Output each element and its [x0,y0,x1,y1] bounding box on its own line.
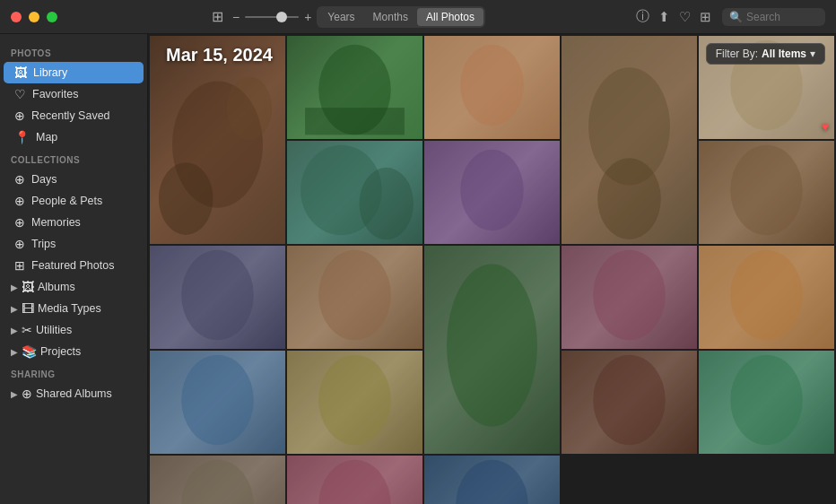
photo-cell[interactable] [424,36,560,139]
sidebar-item-label: Shared Albums [36,387,112,400]
svg-point-13 [181,250,254,341]
sidebar-item-projects[interactable]: ▶ 📚 Projects [4,341,144,362]
photo-cell[interactable] [424,456,560,504]
svg-point-15 [447,264,537,427]
filter-button[interactable]: Filter By: All Items ▾ [706,43,825,65]
sidebar-item-favorites[interactable]: ♡ Favorites [4,83,144,105]
main-layout: Photos 🖼 Library ♡ Favorites ⊕ Recently … [0,34,836,504]
sidebar-item-label: Albums [38,281,75,293]
sidebar-item-label: Trips [31,238,56,250]
tab-all-photos[interactable]: All Photos [417,8,483,26]
view-icon[interactable]: ⊞ [208,6,227,27]
projects-icon: 📚 [22,344,37,359]
toolbar-right: ⓘ ⬆ ♡ ⊞ 🔍 [636,8,825,26]
sidebar-item-days[interactable]: ⊕ Days [4,169,144,190]
svg-point-14 [318,250,391,341]
photo-cell[interactable] [287,351,422,454]
photo-cell[interactable] [150,456,285,504]
expand-arrow-icon: ▶ [11,304,18,314]
titlebar: ⊞ − + Years Months All Photos ⓘ ⬆ ♡ ⊞ 🔍 [0,0,836,34]
maximize-button[interactable] [47,12,57,22]
window-controls [11,12,57,22]
sidebar-item-people-pets[interactable]: ⊕ People & Pets [4,190,144,212]
photo-cell[interactable] [562,36,697,244]
zoom-thumb[interactable] [276,12,287,22]
sidebar: Photos 🖼 Library ♡ Favorites ⊕ Recently … [0,34,148,504]
svg-point-19 [318,355,391,446]
filter-arrow-icon: ▾ [810,48,815,60]
photos-section-label: Photos [0,41,147,62]
close-button[interactable] [11,12,22,22]
svg-point-22 [181,460,254,504]
toolbar-center: ⊞ − + Years Months All Photos [57,6,636,28]
shared-albums-icon: ⊕ [22,387,32,401]
sidebar-item-label: Map [36,131,57,143]
photo-cell[interactable] [699,351,834,454]
photo-cell[interactable] [287,456,422,504]
photo-cell[interactable] [287,36,422,139]
photo-cell[interactable] [150,351,285,454]
tab-years[interactable]: Years [318,8,363,26]
filter-value: All Items [762,48,806,60]
zoom-plus-button[interactable]: + [302,8,313,26]
photo-cell[interactable] [562,246,697,349]
sidebar-item-trips[interactable]: ⊕ Trips [4,233,144,255]
info-icon[interactable]: ⓘ [636,8,649,25]
days-icon: ⊕ [14,172,25,187]
svg-point-10 [360,168,414,240]
grid-icon[interactable]: ⊞ [700,9,711,25]
trips-icon: ⊕ [14,237,25,251]
photo-cell[interactable] [699,141,834,244]
memories-icon: ⊕ [14,215,25,230]
sidebar-item-library[interactable]: 🖼 Library [4,62,144,83]
svg-point-2 [227,76,272,140]
featured-icon: ⊞ [14,258,25,273]
sidebar-item-albums[interactable]: ▶ 🖼 Albums [4,276,144,298]
photo-cell[interactable] [562,351,697,454]
sidebar-item-label: Favorites [32,88,78,100]
expand-arrow-icon: ▶ [11,347,18,357]
svg-point-18 [181,355,254,446]
photo-cell[interactable] [150,36,285,244]
sidebar-item-media-types[interactable]: ▶ 🎞 Media Types [4,298,144,319]
sidebar-item-label: Memories [31,216,81,229]
sidebar-item-featured-photos[interactable]: ⊞ Featured Photos [4,255,144,276]
minimize-button[interactable] [29,12,39,22]
sidebar-item-map[interactable]: 📍 Map [4,126,144,148]
photo-cell[interactable] [424,141,560,244]
svg-point-20 [593,355,666,446]
photo-cell[interactable] [150,246,285,349]
toolbar-icons: ⓘ ⬆ ♡ ⊞ [636,8,711,25]
sidebar-item-label: Days [31,173,57,186]
sidebar-item-utilities[interactable]: ▶ ✂ Utilities [4,319,144,341]
collections-section-label: Collections [0,148,147,169]
photo-area: Mar 15, 2024 Filter By: All Items ▾ [148,34,836,504]
albums-icon: 🖼 [22,280,34,294]
search-box: 🔍 [722,8,825,26]
map-icon: 📍 [14,130,30,144]
sidebar-item-memories[interactable]: ⊕ Memories [4,212,144,233]
recently-saved-icon: ⊕ [14,109,25,123]
zoom-minus-button[interactable]: − [231,8,241,26]
sharing-section-label: Sharing [0,362,147,383]
sidebar-item-label: Library [33,66,67,79]
photo-cell[interactable] [287,246,422,349]
photo-cell[interactable] [287,141,422,244]
search-input[interactable] [746,11,818,23]
svg-point-24 [456,460,528,504]
tab-months[interactable]: Months [364,8,417,26]
zoom-slider: − + [231,8,313,26]
view-tabs: Years Months All Photos [317,6,485,28]
sidebar-item-label: Utilities [36,324,72,336]
heart-icon[interactable]: ♡ [679,9,691,25]
svg-point-11 [460,150,523,231]
sidebar-item-shared-albums[interactable]: ▶ ⊕ Shared Albums [4,383,144,404]
photo-cell[interactable] [424,246,560,454]
svg-point-7 [597,158,661,239]
svg-point-5 [460,45,523,126]
filter-label: Filter By: [716,48,758,60]
sidebar-item-recently-saved[interactable]: ⊕ Recently Saved [4,105,144,126]
svg-point-23 [318,460,391,504]
photo-cell[interactable] [699,246,834,349]
share-icon[interactable]: ⬆ [658,9,670,25]
